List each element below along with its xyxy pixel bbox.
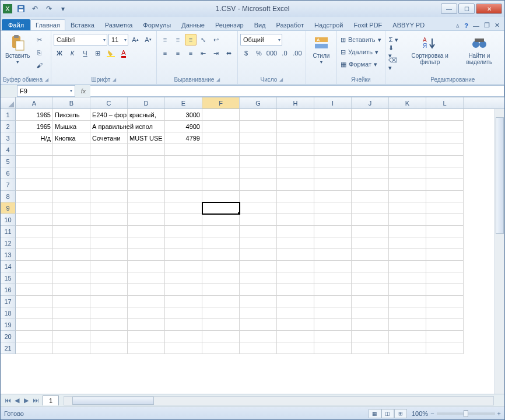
column-header[interactable]: B [53, 97, 90, 108]
cell[interactable] [90, 249, 128, 261]
cell[interactable] [314, 226, 352, 237]
cell[interactable] [314, 342, 352, 354]
font-name-combo[interactable]: Calibri [54, 34, 107, 46]
cell[interactable] [426, 144, 464, 156]
redo-button[interactable]: ↷ [43, 2, 55, 15]
cell[interactable] [90, 179, 128, 191]
cell[interactable] [277, 132, 314, 144]
cell[interactable] [165, 156, 202, 167]
cell[interactable] [240, 296, 277, 307]
cell[interactable] [16, 342, 53, 354]
percent-button[interactable]: % [253, 47, 265, 59]
cell[interactable] [352, 296, 389, 307]
cell[interactable] [426, 319, 464, 331]
cell[interactable] [277, 226, 314, 237]
cell[interactable] [426, 331, 464, 342]
tab-foxit[interactable]: Foxit PDF [348, 19, 387, 30]
qat-more-button[interactable]: ▾ [57, 2, 69, 15]
row-header[interactable]: 9 [1, 202, 16, 214]
column-header[interactable]: H [277, 97, 314, 108]
decrease-indent-button[interactable]: ⇤ [198, 47, 209, 59]
cell[interactable] [128, 296, 165, 307]
cell[interactable] [277, 191, 314, 202]
cell[interactable]: 4799 [165, 132, 202, 144]
cell[interactable] [389, 272, 426, 284]
cell[interactable] [389, 202, 426, 214]
cell[interactable] [426, 167, 464, 179]
row-header[interactable]: 18 [1, 307, 16, 319]
cell[interactable] [165, 237, 202, 249]
cell[interactable] [202, 226, 240, 237]
cell[interactable] [202, 202, 240, 214]
cell[interactable] [240, 307, 277, 319]
cell[interactable] [90, 144, 128, 156]
cell[interactable] [389, 226, 426, 237]
column-header[interactable]: C [90, 97, 128, 108]
font-size-combo[interactable]: 11 [108, 34, 128, 46]
cell[interactable] [426, 121, 464, 132]
column-header[interactable]: L [426, 97, 464, 108]
align-left-button[interactable]: ≡ [159, 47, 171, 59]
view-normal-button[interactable]: ▦ [369, 409, 381, 418]
select-all-corner[interactable] [1, 97, 16, 108]
paste-button[interactable]: Вставить ▼ [3, 34, 32, 65]
cell[interactable] [53, 307, 90, 319]
cell[interactable]: Н/д [16, 132, 53, 144]
cell[interactable] [202, 167, 240, 179]
tab-review[interactable]: Рецензир [210, 19, 249, 30]
cell[interactable] [128, 272, 165, 284]
cell[interactable] [352, 121, 389, 132]
name-box[interactable]: F9 [17, 85, 75, 97]
maximize-button[interactable]: ☐ [458, 4, 475, 14]
cell[interactable] [202, 214, 240, 226]
formula-input[interactable] [90, 85, 504, 97]
cell[interactable] [352, 144, 389, 156]
comma-button[interactable]: 000 [266, 47, 278, 59]
cell[interactable] [53, 191, 90, 202]
cell[interactable] [426, 191, 464, 202]
cell[interactable] [202, 331, 240, 342]
cell[interactable] [352, 167, 389, 179]
cell[interactable] [426, 261, 464, 272]
cell[interactable] [277, 121, 314, 132]
cell[interactable] [426, 202, 464, 214]
cell[interactable] [128, 249, 165, 261]
row-header[interactable]: 19 [1, 319, 16, 331]
cell[interactable] [277, 307, 314, 319]
cell[interactable] [128, 156, 165, 167]
cell[interactable] [165, 144, 202, 156]
cell[interactable] [277, 296, 314, 307]
cell[interactable] [16, 167, 53, 179]
cell[interactable] [90, 214, 128, 226]
zoom-slider[interactable] [437, 412, 495, 415]
cell[interactable]: 1965 [16, 121, 53, 132]
cell[interactable] [426, 226, 464, 237]
row-header[interactable]: 17 [1, 296, 16, 307]
row-header[interactable]: 7 [1, 179, 16, 191]
align-right-button[interactable]: ≡ [185, 47, 197, 59]
cell[interactable] [426, 179, 464, 191]
cell[interactable]: Мышка [53, 121, 90, 132]
italic-button[interactable]: К [66, 47, 78, 59]
cell[interactable] [389, 156, 426, 167]
cell[interactable] [352, 179, 389, 191]
cell[interactable] [314, 167, 352, 179]
mdi-close-button[interactable]: ✕ [493, 20, 501, 30]
tab-data[interactable]: Данные [176, 19, 210, 30]
cell[interactable] [202, 296, 240, 307]
row-header[interactable]: 2 [1, 121, 16, 132]
cell[interactable] [352, 261, 389, 272]
cell[interactable] [16, 191, 53, 202]
cell[interactable] [128, 319, 165, 331]
minimize-ribbon-button[interactable]: ▵ [455, 20, 461, 30]
cell[interactable] [202, 319, 240, 331]
cell[interactable] [426, 214, 464, 226]
cell[interactable] [90, 319, 128, 331]
cell[interactable] [352, 331, 389, 342]
cell[interactable] [53, 342, 90, 354]
cell[interactable] [352, 109, 389, 121]
cell[interactable] [314, 156, 352, 167]
cell[interactable] [314, 121, 352, 132]
cell[interactable] [90, 307, 128, 319]
align-bottom-button[interactable]: ≡ [185, 34, 197, 46]
